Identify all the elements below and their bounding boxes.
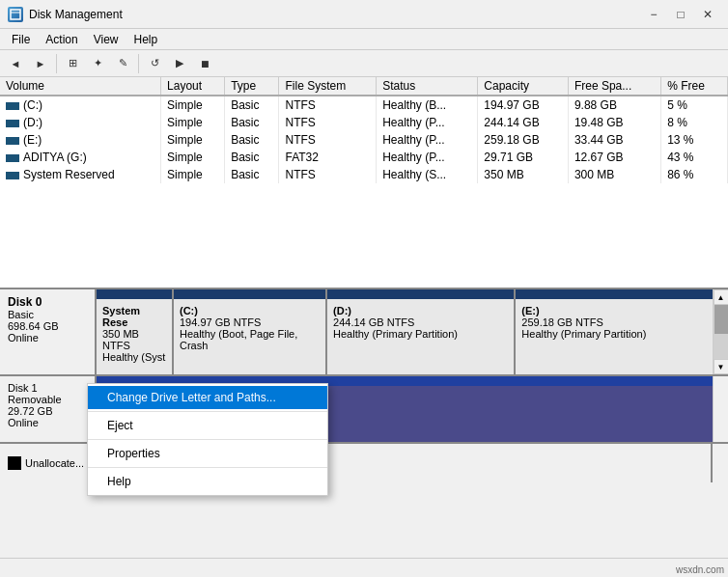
status-bar: [0, 558, 728, 577]
table-cell: 33.44 GB: [568, 131, 660, 149]
col-status[interactable]: Status: [377, 77, 478, 96]
table-cell: Simple: [161, 96, 225, 114]
table-cell: Simple: [161, 149, 225, 166]
table-cell: 244.14 GB: [478, 114, 569, 131]
table-cell: Basic: [225, 114, 279, 131]
table-cell: 13 %: [661, 131, 728, 149]
partition-content-sysreserved: System Rese 350 MB NTFS Healthy (Syst: [102, 305, 166, 363]
col-filesystem[interactable]: File System: [279, 77, 377, 96]
toolbar-properties[interactable]: ⊞: [61, 53, 84, 74]
table-cell: Simple: [161, 166, 225, 183]
disk0-type: Basic: [8, 309, 87, 320]
partition-name-c: (C:): [180, 305, 320, 316]
disk0-part-e[interactable]: (E:) 259.18 GB NTFS Healthy (Primary Par…: [516, 289, 713, 374]
col-volume[interactable]: Volume: [0, 77, 161, 96]
table-cell: Healthy (P...: [377, 149, 478, 166]
ctx-change-drive-letter[interactable]: Change Drive Letter and Paths...: [88, 386, 327, 409]
disk1-type: Removable: [8, 394, 87, 405]
table-row[interactable]: System ReservedSimpleBasicNTFSHealthy (S…: [0, 166, 728, 183]
partition-name-e: (E:): [521, 305, 707, 316]
title-bar: Disk Management − □ ✕: [0, 0, 728, 29]
close-button[interactable]: ✕: [695, 4, 720, 25]
table-cell: NTFS: [279, 166, 377, 183]
table-cell: (C:): [0, 96, 161, 114]
table-cell: Basic: [225, 131, 279, 149]
col-free[interactable]: Free Spa...: [568, 77, 660, 96]
ctx-sep3: [88, 467, 327, 468]
disk1-info: Disk 1 Removable 29.72 GB Online: [0, 376, 97, 442]
toolbar-action4[interactable]: ⏹: [193, 53, 216, 74]
table-cell: NTFS: [279, 131, 377, 149]
toolbar-refresh[interactable]: ↺: [143, 53, 166, 74]
partition-content-e: (E:) 259.18 GB NTFS Healthy (Primary Par…: [521, 305, 707, 340]
partition-content-d: (D:) 244.14 GB NTFS Healthy (Primary Par…: [333, 305, 508, 340]
partition-size-e: 259.18 GB NTFS: [521, 316, 707, 328]
table-row[interactable]: ADITYA (G:)SimpleBasicFAT32Healthy (P...…: [0, 149, 728, 166]
table-cell: ADITYA (G:): [0, 149, 161, 166]
toolbar-forward[interactable]: ►: [29, 53, 52, 74]
ctx-properties[interactable]: Properties: [88, 442, 327, 465]
toolbar-action3[interactable]: ▶: [168, 53, 191, 74]
disk0-part-c[interactable]: (C:) 194.97 GB NTFS Healthy (Boot, Page …: [174, 289, 327, 374]
disk0-info: Disk 0 Basic 698.64 GB Online: [0, 289, 97, 374]
table-cell: 43 %: [661, 149, 728, 166]
ctx-help[interactable]: Help: [88, 470, 327, 493]
col-pct[interactable]: % Free: [661, 77, 728, 96]
table-row[interactable]: (C:)SimpleBasicNTFSHealthy (B...194.97 G…: [0, 96, 728, 114]
app-icon: [8, 7, 23, 22]
scrollbar-right[interactable]: ▲ ▼: [713, 289, 728, 374]
partition-name-d: (D:): [333, 305, 508, 316]
menu-help[interactable]: Help: [126, 31, 166, 48]
row-icon: [6, 154, 19, 162]
toolbar-back[interactable]: ◄: [4, 53, 27, 74]
disk0-name: Disk 0: [8, 295, 87, 309]
disk0-part-sysreserved[interactable]: System Rese 350 MB NTFS Healthy (Syst: [97, 289, 174, 374]
toolbar-action2[interactable]: ✎: [111, 53, 134, 74]
col-capacity[interactable]: Capacity: [478, 77, 569, 96]
table-cell: Healthy (P...: [377, 114, 478, 131]
table-cell: Simple: [161, 114, 225, 131]
partition-header-sysreserved: [97, 289, 172, 299]
table-cell: FAT32: [279, 149, 377, 166]
ctx-eject[interactable]: Eject: [88, 414, 327, 437]
table-cell: Healthy (P...: [377, 131, 478, 149]
scroll-up[interactable]: ▲: [714, 289, 729, 305]
row-icon: [6, 120, 19, 127]
disk0-part-d[interactable]: (D:) 244.14 GB NTFS Healthy (Primary Par…: [327, 289, 516, 374]
menu-view[interactable]: View: [86, 31, 126, 48]
partition-size-c: 194.97 GB NTFS: [180, 316, 320, 328]
table-cell: 350 MB: [478, 166, 569, 183]
toolbar-action1[interactable]: ✦: [86, 53, 109, 74]
partition-status-c: Healthy (Boot, Page File, Crash: [180, 328, 320, 351]
row-icon: [6, 172, 19, 179]
disk1-size: 29.72 GB: [8, 405, 87, 417]
scroll-down[interactable]: ▼: [714, 359, 729, 374]
menu-file[interactable]: File: [4, 31, 38, 48]
table-cell: Basic: [225, 166, 279, 183]
partition-status-e: Healthy (Primary Partition): [521, 328, 707, 340]
disk0-row: Disk 0 Basic 698.64 GB Online System Res…: [0, 289, 728, 376]
disk0-partitions: System Rese 350 MB NTFS Healthy (Syst (C…: [97, 289, 713, 374]
volume-table-area: Volume Layout Type File System Status Ca…: [0, 77, 728, 289]
unallocated-icon: [8, 456, 21, 470]
table-cell: 194.97 GB: [478, 96, 569, 114]
table-cell: NTFS: [279, 96, 377, 114]
unallocated-info: Unallocate...: [0, 444, 97, 482]
table-cell: NTFS: [279, 114, 377, 131]
table-row[interactable]: (E:)SimpleBasicNTFSHealthy (P...259.18 G…: [0, 131, 728, 149]
maximize-button[interactable]: □: [668, 4, 693, 25]
unallocated-label: Unallocate...: [25, 457, 84, 469]
volume-table: Volume Layout Type File System Status Ca…: [0, 77, 728, 183]
table-cell: Basic: [225, 96, 279, 114]
svg-rect-0: [11, 10, 20, 19]
col-layout[interactable]: Layout: [161, 77, 225, 96]
table-row[interactable]: (D:)SimpleBasicNTFSHealthy (P...244.14 G…: [0, 114, 728, 131]
minimize-button[interactable]: −: [641, 4, 666, 25]
scroll-thumb[interactable]: [714, 305, 728, 334]
context-menu: Change Drive Letter and Paths... Eject P…: [87, 383, 328, 496]
col-type[interactable]: Type: [225, 77, 279, 96]
scrollbar-bottom: [713, 444, 728, 482]
ctx-sep2: [88, 439, 327, 440]
menu-action[interactable]: Action: [38, 31, 85, 48]
table-cell: 19.48 GB: [568, 114, 660, 131]
